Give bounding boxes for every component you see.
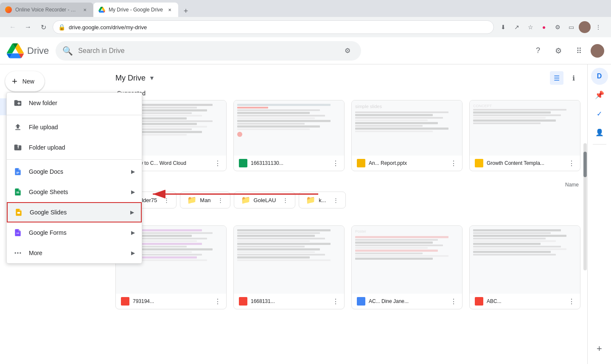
tab-drive-close[interactable]: ✕ xyxy=(166,6,173,13)
docs-panel-button[interactable]: D xyxy=(591,68,608,85)
menu-item-google-forms[interactable]: Google Forms ▶ xyxy=(7,222,142,243)
folder-menu-button[interactable]: ⋮ xyxy=(283,197,288,203)
preview-line xyxy=(473,117,546,119)
svg-point-3 xyxy=(20,252,21,253)
folder-item[interactable]: 📁 Man ⋮ xyxy=(180,192,230,208)
folder-name: GoleLAU xyxy=(254,197,276,203)
file-menu-button[interactable]: ⋮ xyxy=(214,159,221,167)
google-docs-icon xyxy=(14,167,22,176)
tasks-panel-button[interactable]: ✓ xyxy=(591,105,608,122)
reload-button[interactable]: ↻ xyxy=(37,21,49,33)
help-button[interactable]: ? xyxy=(530,42,547,59)
back-button[interactable]: ← xyxy=(7,21,19,33)
file-card[interactable]: 1668131... ⋮ xyxy=(233,225,345,309)
folder-menu-button[interactable]: ⋮ xyxy=(333,197,339,203)
new-folder-icon xyxy=(14,99,22,107)
cast-icon[interactable]: ▭ xyxy=(565,21,577,33)
file-menu-button[interactable]: ⋮ xyxy=(450,159,457,167)
preview-line xyxy=(237,123,305,125)
forward-button[interactable]: → xyxy=(22,21,34,33)
file-card[interactable]: ABC... ⋮ xyxy=(469,225,580,309)
preview-line xyxy=(355,255,448,257)
chevron-right-icon: ▶ xyxy=(130,209,134,215)
menu-item-new-folder-label: New folder xyxy=(29,100,57,106)
file-info: AC... Dine Jane... xyxy=(357,297,409,306)
preview-line xyxy=(237,243,331,245)
share-icon[interactable]: ↗ xyxy=(511,21,523,33)
preview-text: CONCEPT xyxy=(473,104,577,108)
file-menu-button[interactable]: ⋮ xyxy=(568,297,575,306)
menu-item-folder-upload[interactable]: Folder upload xyxy=(7,137,142,158)
settings-button[interactable]: ⚙ xyxy=(550,42,567,59)
search-bar: 🔍 ⚙ xyxy=(56,41,361,61)
folder-menu-button[interactable]: ⋮ xyxy=(164,197,169,203)
folder-menu-button[interactable]: ⋮ xyxy=(218,197,223,203)
file-name: An... Report.pptx xyxy=(369,160,407,166)
menu-item-new-folder[interactable]: New folder xyxy=(7,93,142,113)
preview-line xyxy=(355,122,438,124)
chevron-right-icon: ▶ xyxy=(131,250,135,256)
preview-line xyxy=(237,259,331,261)
extensions-icon[interactable]: ⚙ xyxy=(552,21,563,33)
folder-item[interactable]: 📁 k... ⋮ xyxy=(299,192,345,208)
file-menu-button[interactable]: ⋮ xyxy=(450,297,457,306)
menu-item-google-sheets-label: Google Sheets xyxy=(29,189,68,195)
list-view-button[interactable]: ☰ xyxy=(550,71,563,85)
preview-line xyxy=(473,246,561,247)
tab-drive[interactable]: My Drive - Google Drive ✕ xyxy=(93,3,178,17)
suggested-section-header: Suggested xyxy=(115,90,580,97)
bookmark-icon[interactable]: ☆ xyxy=(524,21,536,33)
menu-item-google-docs[interactable]: Google Docs ▶ xyxy=(7,161,142,182)
preview-line xyxy=(355,119,428,121)
contacts-panel-button[interactable]: 👤 xyxy=(591,124,608,141)
file-menu-button[interactable]: ⋮ xyxy=(568,159,575,167)
menu-item-file-upload[interactable]: File upload xyxy=(7,117,142,137)
chevron-right-icon: ▶ xyxy=(131,169,135,175)
file-card[interactable]: simple slides xyxy=(351,100,462,171)
file-card[interactable]: CONCEPT Growth Content Templa... xyxy=(469,100,580,171)
menu-item-more[interactable]: More ▶ xyxy=(7,243,142,263)
search-input[interactable] xyxy=(78,47,336,55)
folder-item[interactable]: 📁 GoleLAU ⋮ xyxy=(234,192,296,208)
file-card-footer: AC... Dine Jane... ⋮ xyxy=(352,294,462,309)
google-forms-icon xyxy=(14,228,22,237)
file-upload-icon xyxy=(14,123,22,131)
file-card[interactable]: 1663131130... ⋮ xyxy=(233,100,345,171)
page-title-text: My Drive xyxy=(115,74,146,83)
add-panel-button[interactable]: + xyxy=(591,340,608,357)
preview-line xyxy=(355,111,448,113)
title-dropdown-icon[interactable]: ▼ xyxy=(149,75,155,81)
new-tab-button[interactable]: + xyxy=(180,5,192,17)
menu-item-google-sheets[interactable]: Google Sheets ▶ xyxy=(7,182,142,202)
download-icon[interactable]: ⬇ xyxy=(497,21,509,33)
menu-item-google-slides[interactable]: Google Slides ▶ xyxy=(7,202,142,222)
file-menu-button[interactable]: ⋮ xyxy=(214,297,221,306)
search-filter-button[interactable]: ⚙ xyxy=(341,44,354,58)
preview-line xyxy=(237,240,310,242)
browser-menu-icon[interactable]: ⋮ xyxy=(592,21,604,33)
drive-logo-icon xyxy=(7,42,24,59)
file-card[interactable]: Poster xyxy=(351,225,462,309)
preview-line xyxy=(473,248,566,250)
user-avatar[interactable] xyxy=(591,44,604,58)
extension1-icon[interactable]: ● xyxy=(538,21,550,33)
file-menu-button[interactable]: ⋮ xyxy=(332,297,339,306)
preview-line xyxy=(355,125,423,127)
tab-recorder-close[interactable]: ✕ xyxy=(81,6,88,13)
google-slides-icon xyxy=(14,208,23,217)
file-menu-button[interactable]: ⋮ xyxy=(332,159,339,167)
apps-button[interactable]: ⠿ xyxy=(570,42,587,59)
drive-logo[interactable]: Drive xyxy=(7,42,49,59)
scroll-thumb[interactable] xyxy=(583,152,587,177)
browser-profile-avatar[interactable] xyxy=(579,21,591,33)
preview-line xyxy=(355,242,433,244)
tab-recorder[interactable]: Online Voice Recorder - Record ✕ xyxy=(0,3,93,17)
keep-panel-button[interactable]: 📌 xyxy=(591,86,608,103)
info-button[interactable]: ℹ xyxy=(567,71,580,85)
new-button[interactable]: + New xyxy=(5,71,45,92)
scroll-indicator[interactable] xyxy=(583,143,587,270)
files-section-header: Files xyxy=(115,215,580,222)
folder-icon: 📁 xyxy=(306,195,315,205)
address-bar[interactable]: 🔒 drive.google.com/drive/my-drive xyxy=(53,20,494,34)
menu-divider xyxy=(7,115,142,115)
